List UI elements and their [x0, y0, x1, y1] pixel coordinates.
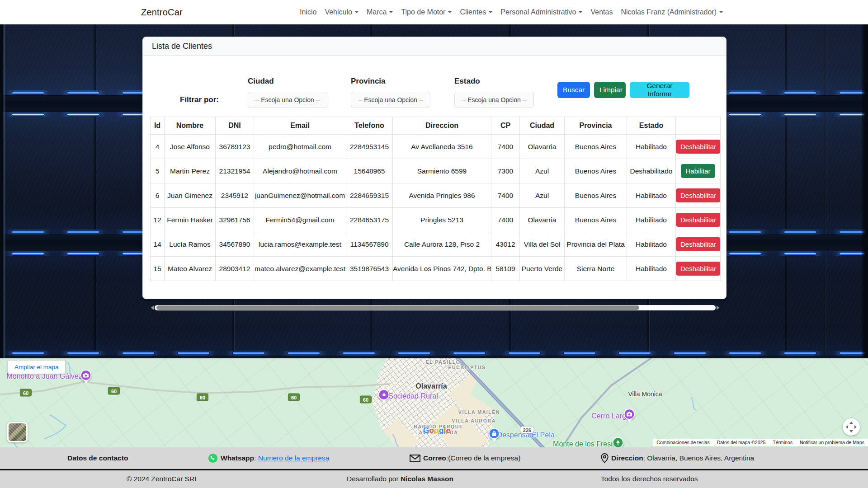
pan-control-icon[interactable]: [843, 418, 860, 436]
whatsapp-number-link[interactable]: Numero de la empresa: [258, 454, 330, 462]
deshabilitar-button[interactable]: Deshabilitar: [676, 237, 721, 251]
table-cell: Buenos Aires: [565, 135, 627, 159]
map-label-olavarria: Olavarría: [415, 382, 447, 391]
attribution-notificar-un-problema-de-maps[interactable]: Notificar un problema de Maps: [796, 439, 868, 446]
filter-group-estado: Estado-- Escoja una Opcion --: [454, 77, 534, 108]
led-bar: [67, 91, 99, 95]
map-label-villa-mailen: VILLA MAILÉN: [458, 409, 500, 415]
attribution-terminos[interactable]: Términos: [769, 439, 796, 446]
nav-item-label: Clientes: [460, 8, 486, 16]
table-cell: Buenos Aires: [565, 159, 627, 183]
nav-item-tipo-de-motor[interactable]: Tipo de Motor: [397, 8, 456, 16]
nav-item-marca[interactable]: Marca: [363, 8, 397, 16]
despensa-shop-marker-icon[interactable]: [489, 428, 500, 439]
nav-item-vehiculo[interactable]: Vehiculo: [321, 8, 363, 16]
table-cell: Juan Gimenez: [165, 183, 216, 208]
provincia-select[interactable]: -- Escoja una Opcion --: [351, 92, 430, 108]
table-row: 15Mateo Alvarez28903412mateo.alvarez@exa…: [151, 257, 721, 281]
rights-text: Todos los derechos reservados: [601, 475, 698, 483]
cerro-largo-camera-marker-icon[interactable]: [624, 408, 635, 420]
route-shield-60: 60: [197, 394, 208, 401]
habilitar-button[interactable]: Habilitar: [681, 164, 715, 178]
deshabilitar-button[interactable]: Deshabilitar: [676, 140, 721, 154]
chevron-down-icon: [355, 11, 359, 13]
led-bar: [729, 351, 761, 355]
route-shield-226: 226: [520, 426, 534, 434]
led-bar: [12, 91, 44, 95]
table-cell: 43012: [491, 232, 520, 257]
attribution-datos-del-mapa-2025: Datos del mapa ©2025: [713, 439, 769, 446]
table-cell: Sierra Norte: [565, 257, 627, 281]
filter-by-label: Filtrar por:: [180, 95, 219, 104]
filter-label-provincia: Provincia: [351, 77, 430, 86]
table-cell: 2284659315: [346, 183, 393, 208]
table-cell: Habilitado: [627, 232, 676, 257]
nav-item-personal-administrativo[interactable]: Personal Administrativo: [496, 8, 586, 16]
led-bar: [563, 351, 596, 355]
buscar-button[interactable]: Buscar: [557, 82, 590, 98]
route-shield-60: 60: [108, 387, 120, 395]
satellite-thumbnail[interactable]: [7, 422, 28, 442]
sociedad-rural-marker-icon[interactable]: [378, 389, 390, 400]
table-cell-actions: Deshabilitar: [676, 257, 721, 281]
nav-item-label: Ventas: [590, 8, 613, 16]
led-bar: [784, 91, 816, 95]
table-cell: Fermin54@gmail.com: [254, 208, 346, 232]
nav-item-clientes[interactable]: Clientes: [456, 8, 496, 16]
correo-label: Correo: [423, 454, 446, 462]
led-bar: [508, 351, 541, 355]
generar-informe-button[interactable]: Generar Informe: [630, 82, 689, 98]
correo-value: (Correo de la empresa): [448, 454, 520, 462]
ciudad-select[interactable]: -- Escoja una Opcion --: [248, 92, 327, 108]
led-bar: [288, 351, 320, 355]
led-bar: [729, 113, 761, 117]
brand-logo[interactable]: ZentroCar: [141, 7, 183, 18]
table-cell: 2284953145: [346, 135, 393, 159]
whatsapp-contact: Whatsapp: Numero de la empresa: [208, 447, 329, 469]
table-cell-actions: Habilitar: [676, 159, 721, 183]
scroll-right-arrow-icon[interactable]: [716, 305, 720, 311]
table-cell: 15648965: [346, 159, 393, 183]
table-cell: Sarmiento 6599: [393, 159, 491, 183]
map-label-sociedad-rural[interactable]: Sociedad Rural: [388, 392, 438, 401]
scrollbar-track[interactable]: [155, 305, 716, 310]
google-logo-letter: o: [429, 426, 434, 435]
scroll-left-arrow-icon[interactable]: [150, 305, 155, 311]
map-attribution-bar: Combinaciones de teclasDatos del mapa ©2…: [653, 439, 868, 446]
table-cell: Habilitado: [627, 135, 676, 159]
deshabilitar-button[interactable]: Deshabilitar: [676, 262, 721, 276]
table-cell: Av Avellaneda 3516: [393, 135, 491, 159]
led-bar: [177, 351, 210, 355]
monolito-camera-marker-icon[interactable]: [80, 370, 92, 381]
attribution-combinaciones-de-teclas[interactable]: Combinaciones de teclas: [653, 439, 713, 446]
google-map-embed[interactable]: Monolito a Juan GálvezOlavarríaSociedad …: [0, 358, 868, 447]
monte-tree-marker-icon[interactable]: [613, 437, 624, 447]
limpiar-button[interactable]: Limpiar: [594, 82, 626, 98]
chevron-down-icon: [389, 11, 393, 13]
expand-map-button[interactable]: Ampliar el mapa: [8, 361, 65, 374]
deshabilitar-button[interactable]: Deshabilitar: [676, 188, 721, 202]
nav-item-label: Personal Administrativo: [500, 8, 576, 16]
nav-item-inicio[interactable]: Inicio: [296, 8, 321, 16]
led-bar: [618, 351, 651, 355]
table-cell: 4: [151, 135, 165, 159]
table-header-row: IdNombreDNIEmailTelefonoDireccionCPCiuda…: [151, 117, 721, 135]
clients-table: IdNombreDNIEmailTelefonoDireccionCPCiuda…: [150, 117, 721, 281]
table-row: 12Fermin Hasker32961756Fermin54@gmail.co…: [151, 208, 721, 232]
table-cell: Mateo Alvarez: [165, 257, 216, 281]
table-cell: Azul: [520, 159, 565, 183]
copyright-text: © 2024 ZentroCar SRL: [127, 475, 198, 483]
deshabilitar-button[interactable]: Deshabilitar: [676, 213, 721, 227]
nav-item-ventas[interactable]: Ventas: [586, 8, 617, 16]
route-shield-60: 60: [360, 396, 372, 404]
table-cell-actions: Deshabilitar: [676, 183, 721, 208]
nav-item-label: Nicolas Franz (Administrador): [621, 8, 717, 16]
column-header-id: Id: [151, 117, 165, 135]
estado-select[interactable]: -- Escoja una Opcion --: [454, 92, 534, 108]
nav-item-nicolas-franz-administrador[interactable]: Nicolas Franz (Administrador): [617, 8, 727, 16]
table-cell: Lucía Ramos: [165, 232, 216, 257]
scrollbar-thumb[interactable]: [156, 305, 639, 310]
led-bar: [12, 113, 44, 117]
footer-bottom-row: © 2024 ZentroCar SRL Desarrollado por Ni…: [0, 470, 868, 488]
google-logo[interactable]: Google: [423, 426, 450, 435]
